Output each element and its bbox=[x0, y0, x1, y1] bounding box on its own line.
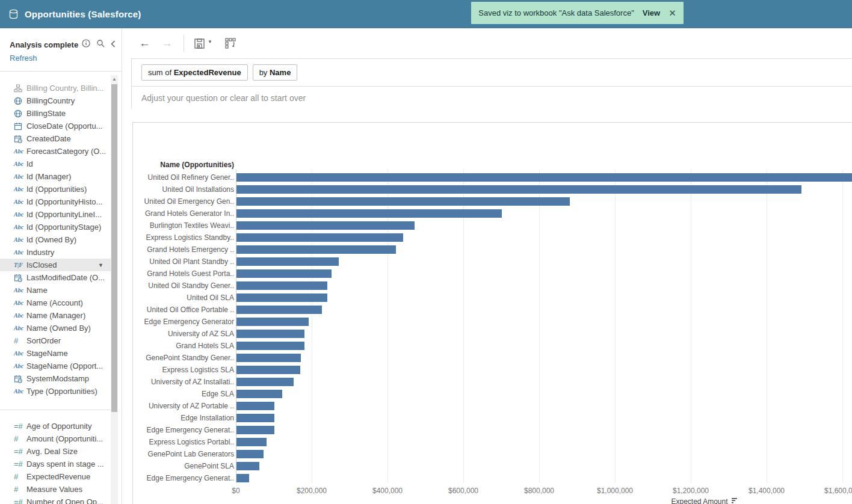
field-label: SortOrder bbox=[26, 336, 61, 345]
field-item[interactable]: AbcId (Manager) bbox=[0, 170, 111, 183]
save-dropdown-caret-icon[interactable]: ▼ bbox=[208, 39, 212, 45]
abc-icon: Abc bbox=[14, 224, 26, 230]
info-icon[interactable] bbox=[82, 39, 90, 50]
bar[interactable] bbox=[236, 366, 300, 374]
bar[interactable] bbox=[236, 342, 304, 350]
category-label: Express Logistics Standby.. bbox=[133, 233, 234, 242]
field-item[interactable]: AbcId (OpportunityLineI... bbox=[0, 208, 111, 221]
bar[interactable] bbox=[236, 245, 396, 254]
field-label: Billing Country, Billin... bbox=[26, 84, 103, 93]
search-icon[interactable] bbox=[96, 39, 105, 50]
query-pill[interactable]: by Name bbox=[253, 64, 298, 81]
field-label: ForecastCategory (O... bbox=[26, 147, 106, 156]
field-item[interactable]: AbcName bbox=[0, 284, 111, 297]
bar[interactable] bbox=[236, 354, 301, 362]
field-item[interactable]: AbcId (Opportunities) bbox=[0, 183, 111, 195]
field-item[interactable]: AbcId bbox=[0, 158, 111, 170]
bar[interactable] bbox=[236, 474, 249, 482]
field-label: BillingCountry bbox=[26, 96, 75, 105]
x-axis-title[interactable]: Expected Amount bbox=[638, 497, 771, 504]
category-label: Grand Hotels Guest Porta.. bbox=[133, 269, 234, 278]
field-item[interactable]: #SortOrder bbox=[0, 334, 111, 347]
field-item[interactable]: AbcName (Manager) bbox=[0, 309, 111, 322]
globe-icon bbox=[14, 109, 26, 118]
measure-item[interactable]: #Measure Values bbox=[0, 483, 111, 496]
field-item[interactable]: CloseDate (Opportu... bbox=[0, 120, 111, 132]
field-item[interactable]: SystemModstamp bbox=[0, 372, 111, 385]
sidebar-scrollbar[interactable]: ▲ bbox=[111, 75, 118, 504]
field-item[interactable]: BillingCountry bbox=[0, 94, 111, 107]
save-icon[interactable]: ▼ bbox=[194, 38, 212, 49]
bar[interactable] bbox=[236, 293, 327, 302]
bar[interactable] bbox=[236, 197, 570, 206]
measure-item[interactable]: =#Avg. Deal Size bbox=[0, 445, 111, 458]
measure-number-icon: # bbox=[14, 485, 26, 494]
bar[interactable] bbox=[236, 330, 304, 338]
field-item[interactable]: AbcType (Opportunities) bbox=[0, 385, 111, 398]
close-icon[interactable]: ✕ bbox=[668, 8, 676, 19]
field-item[interactable]: AbcName (Owned By) bbox=[0, 322, 111, 334]
question-input[interactable]: Adjust your question or clear all to sta… bbox=[132, 87, 852, 109]
field-label: IsClosed bbox=[26, 260, 57, 269]
field-item[interactable]: AbcName (Account) bbox=[0, 297, 111, 309]
bar[interactable] bbox=[236, 185, 801, 194]
field-item[interactable]: AbcIndustry bbox=[0, 246, 111, 259]
bar[interactable] bbox=[236, 257, 339, 266]
forward-arrow-icon[interactable]: → bbox=[161, 37, 173, 50]
bar[interactable] bbox=[236, 462, 259, 470]
bar[interactable] bbox=[236, 233, 403, 242]
datetime-icon bbox=[14, 375, 26, 383]
bar[interactable] bbox=[236, 281, 327, 290]
abc-icon: Abc bbox=[14, 198, 26, 205]
calculated-measure-icon: =# bbox=[14, 422, 26, 431]
back-arrow-icon[interactable]: ← bbox=[139, 37, 150, 50]
scrollbar-thumb[interactable] bbox=[111, 84, 117, 412]
toast-view-button[interactable]: View bbox=[643, 8, 660, 17]
field-item[interactable]: LastModifiedDate (O... bbox=[0, 271, 111, 284]
bar[interactable] bbox=[236, 306, 322, 314]
category-label: Edge Emergency Generator bbox=[133, 318, 234, 326]
abc-icon: Abc bbox=[14, 211, 26, 218]
bar[interactable] bbox=[236, 402, 274, 410]
collapse-pane-icon[interactable] bbox=[111, 39, 116, 50]
refresh-link[interactable]: Refresh bbox=[10, 54, 37, 63]
field-item[interactable]: AbcStageName (Opport... bbox=[0, 360, 111, 372]
bar[interactable] bbox=[236, 378, 294, 386]
measure-item[interactable]: =#Number of Open Op... bbox=[0, 496, 111, 504]
bar[interactable] bbox=[236, 318, 309, 326]
field-item[interactable]: AbcForecastCategory (O... bbox=[0, 145, 111, 158]
field-label: StageName bbox=[26, 349, 68, 358]
field-label: Id (OpportunityLineI... bbox=[26, 210, 102, 219]
bar[interactable] bbox=[236, 269, 332, 278]
bar[interactable] bbox=[236, 173, 852, 182]
field-item[interactable]: T|FIsClosed▼ bbox=[0, 259, 111, 271]
scroll-up-icon[interactable]: ▲ bbox=[112, 76, 117, 82]
field-item[interactable]: BillingState bbox=[0, 107, 111, 120]
field-label: Name bbox=[26, 286, 48, 295]
swap-axes-icon[interactable] bbox=[224, 37, 236, 49]
measure-item[interactable]: #Amount (Opportuniti... bbox=[0, 432, 111, 445]
field-item[interactable]: CreatedDate bbox=[0, 132, 111, 145]
category-label: Express Logistics SLA bbox=[133, 366, 234, 374]
query-pill[interactable]: sum of ExpectedRevenue bbox=[141, 64, 248, 81]
measure-item[interactable]: =#Days spent in stage ... bbox=[0, 458, 111, 470]
field-item[interactable]: AbcId (OpportunityHisto... bbox=[0, 195, 111, 208]
measure-item[interactable]: #ExpectedRevenue bbox=[0, 470, 111, 483]
bar[interactable] bbox=[236, 390, 282, 398]
sort-descending-icon[interactable] bbox=[732, 497, 738, 504]
bar[interactable] bbox=[236, 438, 267, 446]
bar[interactable] bbox=[236, 414, 274, 422]
field-item[interactable]: AbcStageName bbox=[0, 347, 111, 360]
measure-item[interactable]: =#Age of Opportunity bbox=[0, 420, 111, 432]
bar[interactable] bbox=[236, 209, 502, 218]
bar[interactable] bbox=[236, 221, 415, 230]
chevron-down-icon[interactable]: ▼ bbox=[98, 262, 103, 268]
field-item[interactable]: AbcId (OpportunityStage) bbox=[0, 221, 111, 233]
axis-tick-label: $800,000 bbox=[500, 487, 578, 495]
bar[interactable] bbox=[236, 426, 274, 434]
bar[interactable] bbox=[236, 450, 264, 458]
abc-icon: Abc bbox=[14, 173, 26, 180]
field-item[interactable]: Billing Country, Billin... bbox=[0, 82, 111, 94]
field-item[interactable]: AbcId (Owned By) bbox=[0, 233, 111, 246]
category-label: Edge Emergency Generat.. bbox=[133, 474, 234, 482]
